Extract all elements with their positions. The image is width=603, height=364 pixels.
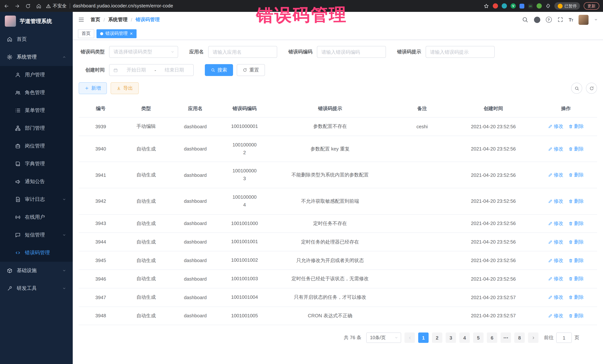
edit-link[interactable]: 修改 [548, 123, 563, 130]
refresh-table-button[interactable] [586, 83, 597, 94]
search-button[interactable]: 搜索 [205, 64, 233, 76]
add-button[interactable]: 新增 [79, 82, 107, 94]
edit-icon [548, 173, 553, 177]
sidebar-item-role-management[interactable]: 角色管理 [0, 84, 73, 101]
create-time-range-picker[interactable]: 开始日期 - 结束日期 [109, 64, 194, 76]
tab-error-code-management[interactable]: 错误码管理 × [96, 29, 136, 38]
close-icon[interactable]: × [130, 31, 133, 36]
delete-link[interactable]: 删除 [568, 198, 584, 205]
sidebar-item-position-management[interactable]: 岗位管理 [0, 137, 73, 155]
search-icon[interactable] [522, 16, 528, 23]
edit-link[interactable]: 修改 [548, 312, 563, 319]
error-type-select[interactable]: 请选择错误码类型 [109, 46, 178, 58]
font-size-icon[interactable]: TT [569, 17, 573, 22]
sidebar-item-dictionary-management[interactable]: 字典管理 [0, 155, 73, 173]
chevron-down-icon[interactable] [594, 18, 598, 22]
sidebar-item-infrastructure[interactable]: 基础设施 [0, 262, 73, 279]
edit-link[interactable]: 修改 [548, 198, 563, 205]
filter-code-label: 错误码编码 [288, 49, 313, 55]
delete-icon [568, 147, 573, 151]
tab-home[interactable]: 首页 [78, 29, 94, 38]
delete-link[interactable]: 删除 [568, 276, 584, 282]
sidebar-item-system-management[interactable]: 系统管理 [0, 48, 73, 66]
edit-link[interactable]: 修改 [548, 239, 563, 245]
table-row: 3945 自动生成 dashboard 1001001002 只允许修改为开启或… [79, 251, 597, 270]
help-icon[interactable]: ? [546, 17, 552, 22]
user-avatar[interactable] [579, 15, 589, 25]
sidebar-item-announcement[interactable]: 通知公告 [0, 173, 73, 190]
browser-update-button[interactable]: 更新 [584, 2, 599, 10]
logo[interactable]: 芋道管理系统 [0, 12, 73, 30]
error-code-input[interactable] [317, 46, 386, 58]
tabs-bar: 首页 错误码管理 × [73, 27, 603, 40]
edit-link[interactable]: 修改 [548, 220, 563, 227]
reset-button[interactable]: 重置 [237, 64, 265, 76]
pagination-page-2[interactable]: 2 [432, 333, 442, 343]
github-icon[interactable] [534, 16, 540, 23]
extensions-puzzle-icon[interactable] [545, 3, 551, 9]
breadcrumb-current: 错误码管理 [136, 16, 160, 23]
sidebar-item-home[interactable]: 首页 [0, 30, 73, 48]
table-row: 3946 自动生成 dashboard 1001001003 定时任务已经处于该… [79, 270, 597, 288]
sidebar-item-online-users[interactable]: 在线用户 [0, 208, 73, 226]
home-icon [7, 36, 13, 42]
sidebar-item-sms-management[interactable]: 短信管理 [0, 226, 73, 244]
delete-link[interactable]: 删除 [568, 312, 584, 319]
breadcrumb-home[interactable]: 首页 [91, 16, 100, 23]
app-name-input[interactable] [208, 46, 277, 58]
breadcrumb-system[interactable]: 系统管理 [108, 16, 128, 23]
error-hint-input[interactable] [426, 46, 495, 58]
pagination-page-3[interactable]: 3 [446, 333, 456, 343]
profile-paused-badge[interactable]: 已暂停 [554, 2, 580, 10]
sidebar-item-menu-management[interactable]: 菜单管理 [0, 101, 73, 119]
forward-icon[interactable] [14, 3, 20, 9]
delete-link[interactable]: 删除 [568, 257, 584, 264]
table-row: 3942 自动生成 dashboard 100100000 4 不允许获取敏感配… [79, 188, 597, 214]
edit-link[interactable]: 修改 [548, 257, 563, 264]
sidebar-item-user-management[interactable]: 用户管理 [0, 66, 73, 84]
fullscreen-icon[interactable] [557, 17, 563, 22]
reload-icon[interactable] [25, 3, 31, 9]
pagination-next[interactable] [528, 333, 538, 343]
sidebar-item-devtools[interactable]: 研发工具 [0, 279, 73, 297]
pagination-page-6[interactable]: 6 [487, 333, 497, 343]
extension-icon-red[interactable] [493, 3, 498, 9]
extension-icon-teal[interactable] [502, 3, 507, 9]
sidebar-item-error-code-management[interactable]: 错误码管理 [0, 244, 73, 262]
sidebar-toggle-icon[interactable] [78, 16, 85, 23]
extension-icon-blue[interactable] [520, 3, 524, 8]
page-size-select[interactable]: 10条/页 [366, 333, 401, 343]
delete-link[interactable]: 删除 [568, 294, 584, 301]
extension-icon-leaf[interactable] [537, 3, 542, 9]
pagination-page-8[interactable]: 8 [514, 333, 525, 343]
delete-link[interactable]: 删除 [568, 172, 584, 178]
pagination-prev[interactable] [405, 333, 415, 343]
edit-link[interactable]: 修改 [548, 172, 563, 178]
sidebar-item-department-management[interactable]: 部门管理 [0, 119, 73, 137]
delete-link[interactable]: 删除 [568, 239, 584, 245]
delete-link[interactable]: 删除 [568, 145, 584, 152]
pagination-page-4[interactable]: 4 [459, 333, 470, 343]
extension-icon-green[interactable]: V [510, 3, 516, 9]
extension-icon-on[interactable]: on [528, 3, 533, 8]
search-icon [211, 68, 215, 72]
search-icon [574, 86, 579, 91]
sidebar-item-audit-log[interactable]: 审计日志 [0, 190, 73, 208]
back-icon[interactable] [4, 3, 9, 9]
pagination-page-5[interactable]: 5 [473, 333, 484, 343]
bookmark-star-icon[interactable] [484, 3, 489, 9]
edit-link[interactable]: 修改 [548, 145, 563, 152]
edit-link[interactable]: 修改 [548, 276, 563, 282]
security-indicator[interactable]: 不安全 [46, 3, 67, 9]
delete-link[interactable]: 删除 [568, 123, 584, 130]
delete-icon [568, 314, 573, 318]
pagination-more[interactable]: ⋯ [500, 333, 511, 343]
calendar-icon [113, 68, 118, 72]
pagination-page-1[interactable]: 1 [418, 333, 429, 343]
export-button[interactable]: 导出 [111, 82, 139, 94]
delete-link[interactable]: 删除 [568, 220, 584, 227]
edit-link[interactable]: 修改 [548, 294, 563, 301]
toggle-search-button[interactable] [571, 83, 582, 94]
goto-page-input[interactable] [556, 333, 572, 343]
home-icon[interactable] [36, 3, 42, 9]
